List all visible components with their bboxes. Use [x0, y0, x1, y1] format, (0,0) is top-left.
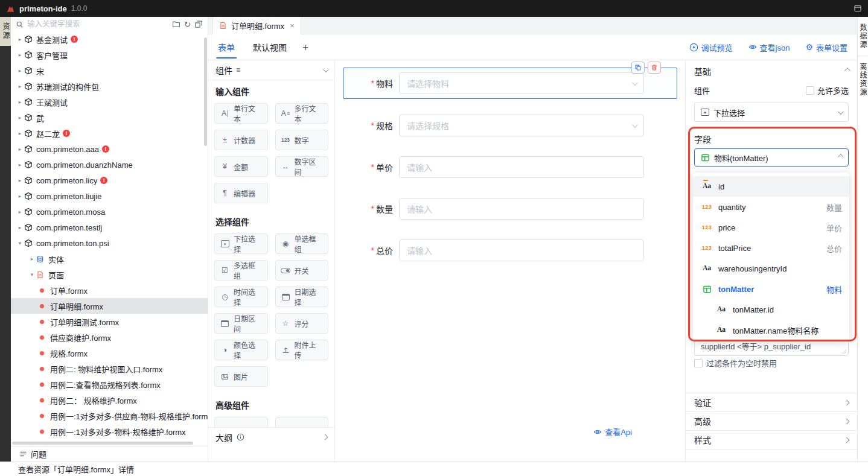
- view-tab[interactable]: 表单: [218, 41, 235, 53]
- problems-bar[interactable]: 问题: [11, 446, 208, 462]
- tree-item-file[interactable]: 订单.formx: [11, 282, 208, 298]
- component-type-select[interactable]: ▾ 下拉选择: [694, 103, 849, 122]
- select-control[interactable]: 请选择物料: [399, 72, 644, 94]
- palette-item[interactable]: ¶编辑器: [214, 183, 268, 203]
- search-input[interactable]: [27, 20, 168, 28]
- tree-item-package[interactable]: ▸武: [11, 110, 208, 125]
- outline-bar[interactable]: 大纲: [208, 427, 334, 446]
- editor-tab[interactable]: 订单明细.formx ×: [212, 17, 301, 34]
- field-option[interactable]: AawarehousingentryId: [693, 258, 849, 279]
- text-input-control[interactable]: 请输入: [399, 198, 644, 220]
- palette-item[interactable]: ◉单选框组: [275, 233, 329, 254]
- palette-item[interactable]: 附件上传: [275, 340, 329, 360]
- field-option[interactable]: Aaid: [693, 176, 849, 197]
- field-option[interactable]: 123totalPrice总价: [693, 238, 849, 258]
- field-option[interactable]: 123price单价: [693, 217, 849, 238]
- palette-item[interactable]: ▾下拉选择: [214, 233, 268, 254]
- chevron-collapsed-icon[interactable]: ▸: [16, 83, 24, 89]
- chevron-expanded-icon[interactable]: ▾: [16, 240, 24, 246]
- palette-header[interactable]: 组件 ≡: [208, 60, 334, 80]
- selected-field-wrapper[interactable]: *物料请选择物料: [343, 68, 677, 99]
- chevron-collapsed-icon[interactable]: ▸: [16, 115, 24, 121]
- chevron-collapsed-icon[interactable]: ▸: [16, 130, 24, 136]
- chevron-collapsed-icon[interactable]: ▸: [16, 52, 24, 58]
- filter-disable-checkbox[interactable]: 过滤条件为空时禁用: [694, 357, 849, 369]
- tree-item-package[interactable]: ▸com.primeton.liujie: [11, 188, 208, 204]
- tree-item-file[interactable]: 用例二： 规格维护.formx: [11, 392, 208, 408]
- palette-item[interactable]: ±计数器: [214, 130, 268, 150]
- delete-field-button[interactable]: [648, 62, 661, 74]
- palette-item[interactable]: A单行文本: [214, 103, 268, 124]
- palette-item[interactable]: [214, 417, 268, 427]
- palette-item[interactable]: 123数字: [275, 130, 329, 150]
- tree-item-entity[interactable]: ▸实体: [11, 251, 208, 267]
- new-folder-icon[interactable]: [172, 20, 180, 28]
- chevron-collapsed-icon[interactable]: ▸: [16, 209, 24, 215]
- tree-item-file[interactable]: 用例一:1对多对多-物料-规格维护.formx: [11, 424, 208, 439]
- text-input-control[interactable]: 请输入: [399, 240, 644, 261]
- palette-item[interactable]: ☆评分: [275, 313, 329, 334]
- copy-field-button[interactable]: [631, 62, 645, 74]
- refresh-icon[interactable]: ↻: [184, 21, 191, 28]
- chevron-collapsed-icon[interactable]: ▸: [16, 146, 24, 152]
- tree-item-package[interactable]: ▸宋: [11, 63, 208, 78]
- palette-item[interactable]: A≡多行文本: [275, 103, 329, 124]
- palette-item[interactable]: 开关: [275, 260, 329, 281]
- tree-item-package[interactable]: ▾com.primeton.ton.psi: [11, 235, 208, 251]
- chevron-expanded-icon[interactable]: ▾: [28, 271, 36, 278]
- tree-item-package[interactable]: ▸com.primeton.duanzhName: [11, 157, 208, 173]
- add-view-button[interactable]: +: [302, 42, 308, 52]
- resize-handle-icon[interactable]: [842, 349, 847, 354]
- palette-item[interactable]: ↔数字区间: [275, 156, 329, 177]
- tree-item-file[interactable]: 用例二: 物料维护视图入口.formx: [11, 361, 208, 376]
- view-api-link[interactable]: 查看Api: [593, 426, 632, 437]
- chevron-collapsed-icon[interactable]: ▸: [16, 68, 24, 74]
- palette-item[interactable]: 日期区间: [214, 313, 268, 334]
- tree-item-package[interactable]: ▸客户管理: [11, 47, 208, 63]
- tree-item-package[interactable]: ▸王斌测试: [11, 94, 208, 110]
- chevron-collapsed-icon[interactable]: ▸: [16, 36, 24, 42]
- chevron-up-icon[interactable]: [844, 68, 850, 74]
- select-control[interactable]: 请选择规格: [399, 115, 644, 136]
- text-input-control[interactable]: 请输入: [399, 156, 644, 178]
- basic-section-header[interactable]: 基础: [694, 60, 849, 82]
- vertical-scrollbar-thumb[interactable]: [204, 37, 207, 146]
- chevron-collapsed-icon[interactable]: ▸: [16, 99, 24, 105]
- tree-item-page[interactable]: ▾页面: [11, 267, 208, 282]
- palette-item[interactable]: ¥金额: [214, 156, 268, 177]
- rail-tab[interactable]: 数据源: [858, 17, 868, 56]
- inspector-section-header[interactable]: 验证: [686, 393, 857, 411]
- tree-item-package[interactable]: ▸com.primeton.testlj: [11, 220, 208, 235]
- collapse-all-icon[interactable]: [194, 20, 203, 28]
- chevron-collapsed-icon[interactable]: ▸: [28, 256, 36, 262]
- horizontal-scrollbar-thumb[interactable]: [12, 442, 193, 445]
- form-canvas[interactable]: *物料请选择物料*规格请选择规格*单价请输入*数量请输入*总价请输入 查看Api: [335, 60, 685, 462]
- palette-item[interactable]: ☑多选框组: [214, 260, 268, 281]
- field-option[interactable]: AatonMatter.name物料名称: [693, 320, 849, 340]
- rail-tab[interactable]: 离线资源: [858, 56, 868, 103]
- palette-item[interactable]: ◑颜色选择: [214, 340, 268, 360]
- tree-item-file[interactable]: 供应商维护.formx: [11, 329, 208, 345]
- chevron-collapsed-icon[interactable]: ▸: [16, 177, 24, 183]
- tree-item-file[interactable]: 订单明细.formx: [11, 298, 208, 314]
- tree-item-package[interactable]: ▸com.primeton.mosa: [11, 204, 208, 220]
- tree-item-package[interactable]: ▸com.primeton.aaa!: [11, 141, 208, 157]
- allow-multi-checkbox[interactable]: 允许多选: [806, 84, 849, 96]
- inspector-section-header[interactable]: 高级: [686, 411, 857, 430]
- palette-item[interactable]: 日期选择: [275, 287, 329, 307]
- field-option[interactable]: tonMatter物料: [693, 279, 849, 299]
- palette-item[interactable]: 图片: [214, 366, 268, 387]
- palette-item[interactable]: ◷时间选择: [214, 287, 268, 307]
- field-select[interactable]: 物料(tonMatter): [694, 148, 849, 167]
- chevron-down-icon[interactable]: [323, 66, 329, 72]
- tree-item-package[interactable]: ▸com.primeton.licy!: [11, 173, 208, 188]
- field-option[interactable]: 123quantity数量: [693, 197, 849, 217]
- toolbar-action[interactable]: 调试预览: [689, 42, 733, 53]
- field-option[interactable]: AatonMatter.id: [693, 299, 849, 320]
- chevron-collapsed-icon[interactable]: ▸: [16, 224, 24, 230]
- tree-item-package[interactable]: ▸赵二龙!: [11, 125, 208, 141]
- tree-item-package[interactable]: ▸苏瑞测试的构件包: [11, 78, 208, 94]
- toolbar-action[interactable]: ⚙表单设置: [805, 42, 847, 53]
- view-tab[interactable]: 默认视图: [253, 41, 287, 53]
- tree-item-file[interactable]: 订单明细测试.formx: [11, 314, 208, 329]
